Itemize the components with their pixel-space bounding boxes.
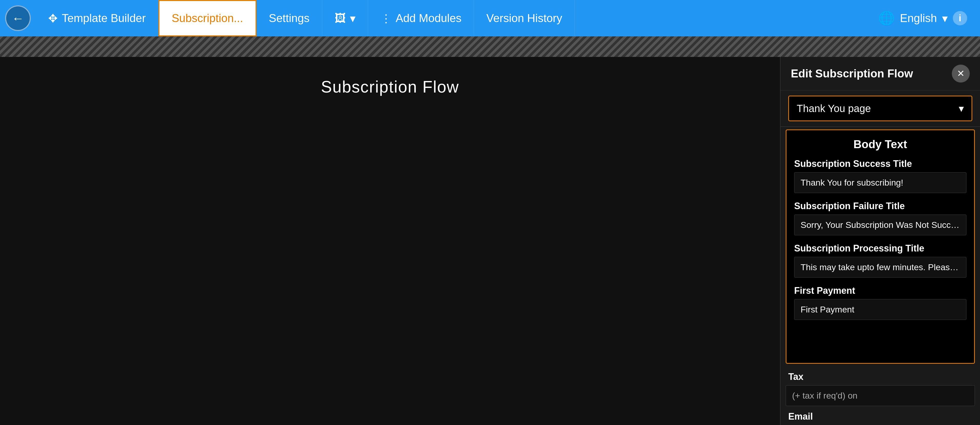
- first-payment-field-group: First Payment: [794, 285, 966, 320]
- add-modules-label: Add Modules: [396, 12, 462, 25]
- close-icon: ✕: [957, 68, 965, 79]
- back-button[interactable]: ←: [5, 5, 31, 31]
- add-modules-tab[interactable]: ⋮ Add Modules: [368, 0, 474, 37]
- tax-input[interactable]: [786, 385, 975, 406]
- subscription-success-field-group: Subscription Success Title: [794, 158, 966, 193]
- language-label: English: [900, 12, 937, 25]
- subscription-failure-field-group: Subscription Failure Title: [794, 201, 966, 235]
- thank-you-row[interactable]: Thank You page ▾: [788, 96, 972, 121]
- tax-section: Tax: [781, 366, 980, 406]
- subscription-label: Subscription...: [172, 12, 243, 25]
- globe-icon: 🌐: [878, 11, 895, 26]
- chevron-down-icon: ▾: [959, 102, 964, 114]
- info-icon[interactable]: i: [953, 11, 967, 25]
- subscription-processing-input[interactable]: [794, 257, 966, 278]
- email-section: Email: [781, 406, 980, 425]
- settings-label: Settings: [269, 12, 310, 25]
- thank-you-section: Thank You page ▾: [781, 91, 980, 127]
- template-builder-tab[interactable]: ✥ Template Builder: [36, 0, 158, 37]
- grid-icon: ⋮: [380, 12, 392, 25]
- subscription-tab[interactable]: Subscription...: [158, 0, 256, 37]
- topnav: ← ✥ Template Builder Subscription... Set…: [0, 0, 980, 37]
- dropdown-arrow-icon: ▾: [350, 12, 356, 25]
- back-icon: ←: [12, 11, 24, 25]
- canvas-area: Subscription Flow: [0, 57, 780, 425]
- first-payment-label: First Payment: [794, 285, 966, 296]
- language-selector[interactable]: 🌐 English ▾ i: [870, 11, 975, 26]
- settings-tab[interactable]: Settings: [256, 0, 322, 37]
- panel-header: Edit Subscription Flow: [791, 67, 913, 80]
- device-preview-tab[interactable]: 🖼 ▾: [322, 0, 368, 37]
- subscription-success-label: Subscription Success Title: [794, 158, 966, 169]
- main-layout: Subscription Flow Edit Subscription Flow…: [0, 57, 980, 425]
- body-text-title: Body Text: [794, 138, 966, 151]
- subscription-success-input[interactable]: [794, 172, 966, 193]
- first-payment-input[interactable]: [794, 299, 966, 320]
- subscription-failure-label: Subscription Failure Title: [794, 201, 966, 212]
- version-history-label: Version History: [486, 12, 562, 25]
- thank-you-label: Thank You page: [797, 103, 871, 114]
- canvas-title: Subscription Flow: [321, 77, 459, 96]
- email-label: Email: [786, 411, 975, 422]
- subscription-processing-label: Subscription Processing Title: [794, 243, 966, 254]
- tax-label: Tax: [786, 371, 975, 382]
- cube-icon: ✥: [48, 12, 58, 25]
- stripe-divider: [0, 37, 980, 57]
- right-panel: Edit Subscription Flow ✕ Thank You page …: [780, 57, 980, 425]
- monitor-icon: 🖼: [334, 12, 346, 25]
- close-button[interactable]: ✕: [952, 65, 970, 83]
- template-builder-label: Template Builder: [62, 12, 146, 25]
- subscription-processing-field-group: Subscription Processing Title: [794, 243, 966, 278]
- version-history-tab[interactable]: Version History: [474, 0, 575, 37]
- language-dropdown-icon: ▾: [942, 12, 948, 25]
- body-text-section: Body Text Subscription Success Title Sub…: [786, 129, 975, 364]
- subscription-failure-input[interactable]: [794, 215, 966, 235]
